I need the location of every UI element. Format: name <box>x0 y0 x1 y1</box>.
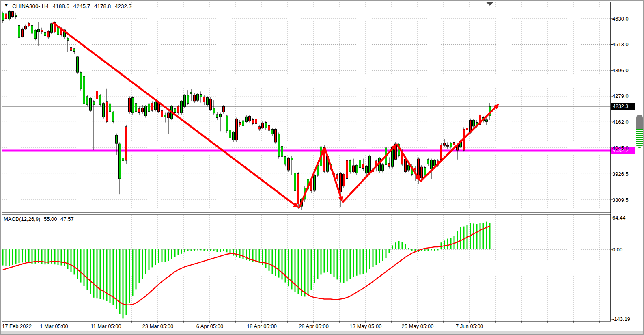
macd-histogram-bar <box>483 223 484 249</box>
candle-up <box>122 158 124 161</box>
macd-histogram-bar <box>408 248 409 249</box>
macd-histogram-bar <box>58 249 59 265</box>
candle-down <box>151 103 153 110</box>
candle-up <box>9 12 11 19</box>
time-axis-label: 28 Apr 05:00 <box>299 323 329 329</box>
candle-up <box>51 24 53 32</box>
time-axis-label: 11 Mar 05:00 <box>90 323 121 329</box>
candle-up <box>73 49 75 52</box>
candle-up <box>109 104 111 112</box>
candle-up <box>83 76 85 104</box>
macd-histogram-bar <box>246 249 247 260</box>
macd-histogram-bar <box>272 249 273 274</box>
time-axis-label: 1 Mar 05:00 <box>40 323 68 329</box>
macd-histogram-bar <box>123 249 124 318</box>
candle-down <box>12 12 14 17</box>
candle-up <box>44 32 46 36</box>
macd-histogram-bar <box>411 249 413 251</box>
macd-histogram-bar <box>233 249 234 256</box>
candle-up <box>226 116 228 131</box>
price-axis-label: 4045.0 <box>612 145 629 151</box>
macd-histogram-bar <box>90 249 91 294</box>
macd-histogram-bar <box>64 249 65 266</box>
macd-histogram-bar <box>428 249 429 251</box>
candle-down <box>239 122 241 125</box>
candle-up <box>220 114 222 117</box>
chart-title: CHINA300-,H4 4188.6 4245.7 4178.8 4232.3 <box>12 3 134 9</box>
candle-down <box>453 142 455 145</box>
candle-down <box>421 167 423 178</box>
candle-up <box>90 98 92 110</box>
symbol-dropdown-icon[interactable]: ▼ <box>4 3 9 8</box>
candle-up <box>86 97 88 105</box>
candle-up <box>119 144 121 179</box>
macd-histogram-bar <box>25 249 26 262</box>
candle-up <box>349 160 351 172</box>
candle-up <box>366 166 368 173</box>
time-axis-label: 6 Apr 05:00 <box>196 323 224 329</box>
macd-histogram-bar <box>142 249 143 279</box>
symbol-period-label: CHINA300-,H4 <box>12 3 49 9</box>
candle-down <box>25 26 27 29</box>
macd-histogram-bar <box>324 249 325 273</box>
candle-down <box>22 29 24 37</box>
macd-histogram-bar <box>288 249 289 286</box>
macd-histogram-bar <box>210 249 211 251</box>
candle-up <box>135 104 137 112</box>
candle-down <box>223 106 225 112</box>
macd-histogram-bar <box>77 249 78 279</box>
macd-histogram-bar <box>217 249 218 252</box>
candle-up <box>281 146 283 156</box>
macd-histogram-bar <box>480 223 481 249</box>
macd-histogram-bar <box>434 249 435 251</box>
candle-up <box>15 15 17 17</box>
macd-value: 55.00 <box>44 216 57 222</box>
candle-up <box>148 104 150 112</box>
macd-histogram-bar <box>340 249 341 283</box>
macd-histogram-bar <box>311 249 312 290</box>
candle-down <box>96 91 98 99</box>
macd-histogram-bar <box>304 249 306 296</box>
macd-histogram-bar <box>259 249 260 263</box>
candle-down <box>288 158 290 170</box>
macd-histogram-bar <box>61 249 62 266</box>
candle-up <box>431 160 433 169</box>
candle-down <box>249 116 251 121</box>
macd-histogram-bar <box>282 249 283 279</box>
macd-histogram-bar <box>337 249 338 279</box>
price-axis-label: 4396.0 <box>612 67 629 73</box>
candle-up <box>450 143 452 147</box>
candle-up <box>207 98 209 105</box>
time-axis-label: 18 Apr 05:00 <box>247 323 277 329</box>
macd-histogram-bar <box>168 249 169 261</box>
price-axis-label: 4630.0 <box>612 16 629 22</box>
time-axis-label: 25 May 05:00 <box>402 323 434 329</box>
macd-histogram-bar <box>181 249 182 254</box>
macd-histogram-bar <box>223 249 224 251</box>
macd-histogram-bar <box>165 249 166 262</box>
time-axis-label: 13 May 05:00 <box>350 323 382 329</box>
candle-down <box>262 123 264 128</box>
macd-histogram-bar <box>174 249 176 257</box>
time-axis-label: 23 Mar 05:00 <box>142 323 174 329</box>
macd-histogram-bar <box>15 249 17 264</box>
chart-canvas[interactable] <box>0 0 644 335</box>
scroll-indicator[interactable] <box>636 115 643 148</box>
candle-up <box>359 160 361 167</box>
macd-histogram-bar <box>291 249 293 289</box>
candle-up <box>229 130 231 138</box>
window-bottom-edge <box>1 331 643 334</box>
macd-indicator-label: MACD(12,26,9) 55.00 47.57 <box>4 216 76 222</box>
macd-histogram-bar <box>97 249 98 298</box>
macd-axis-label: 64.44 <box>612 215 626 221</box>
macd-histogram-bar <box>194 249 195 251</box>
macd-histogram-bar <box>382 249 383 261</box>
macd-histogram-bar <box>476 224 478 249</box>
macd-histogram-bar <box>415 249 416 251</box>
macd-histogram-bar <box>84 249 85 286</box>
candle-up <box>294 173 296 191</box>
candle-up <box>427 160 429 164</box>
chart-window: ▼ CHINA300-,H4 4188.6 4245.7 4178.8 4232… <box>0 0 644 335</box>
candle-up <box>382 165 384 171</box>
candle-up <box>155 102 157 109</box>
